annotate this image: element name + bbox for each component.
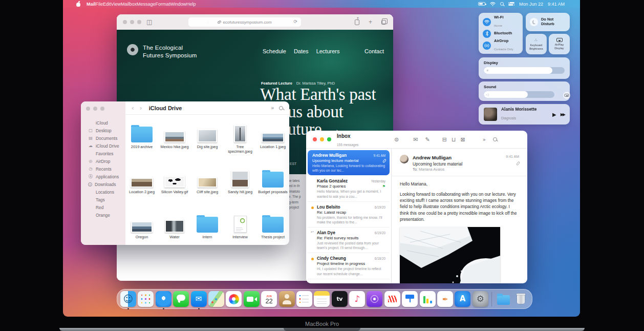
- dock-music-icon[interactable]: ♪: [349, 291, 365, 307]
- dock-photos-icon[interactable]: [226, 291, 242, 307]
- window-controls[interactable]: [313, 137, 331, 141]
- menu-item[interactable]: Window: [170, 2, 186, 7]
- file-item[interactable]: Tree specimen.jpeg: [224, 119, 256, 164]
- archive-icon[interactable]: ⊟: [442, 136, 447, 143]
- file-item[interactable]: Oregon: [125, 209, 158, 245]
- keyboard-brightness-button[interactable]: ∴ Keyboard Brightness: [526, 34, 547, 54]
- play-button[interactable]: ▶: [552, 112, 556, 117]
- dock-trash-icon[interactable]: [513, 291, 529, 307]
- share-icon[interactable]: [355, 19, 359, 25]
- dock-safari-icon[interactable]: [156, 291, 171, 307]
- battery-icon[interactable]: [478, 2, 485, 6]
- bluetooth-toggle[interactable]: Bluetooth: [483, 28, 523, 39]
- compose-icon[interactable]: ✎: [425, 136, 430, 143]
- nav-link[interactable]: Lecturers: [316, 48, 340, 54]
- file-item[interactable]: Location 1.jpeg: [256, 119, 289, 164]
- nav-link-contact[interactable]: Contact: [364, 48, 384, 54]
- menu-date[interactable]: Mon Jun 22: [519, 2, 543, 7]
- dock-maps-icon[interactable]: [208, 291, 224, 307]
- sidebar-item-documents[interactable]: ▤ Documents: [86, 134, 122, 142]
- dock-facetime-icon[interactable]: [244, 291, 260, 307]
- dock-messages-icon[interactable]: [173, 291, 189, 307]
- spotlight-icon[interactable]: [500, 2, 504, 6]
- message-row[interactable]: Andrew Mulligan 9:41 AM Upcoming lecture…: [308, 150, 390, 175]
- sidebar-item-airdrop[interactable]: ◎ AirDrop: [86, 157, 122, 165]
- message-row[interactable]: ↩ Alan Dye 6/19/20 Re: Field survey resu…: [308, 227, 390, 253]
- control-center-icon[interactable]: [508, 2, 514, 6]
- file-item[interactable]: Water: [158, 209, 191, 245]
- dock-pages-icon[interactable]: ✒: [437, 291, 453, 307]
- filter-icon[interactable]: ⊜: [394, 136, 399, 143]
- dock-downloads-folder-icon[interactable]: [496, 291, 511, 307]
- dock-reminders-icon[interactable]: [296, 291, 312, 307]
- section-tags[interactable]: Tags: [86, 196, 122, 203]
- trash-icon[interactable]: ⊔: [452, 136, 456, 143]
- menu-item[interactable]: Format: [155, 2, 170, 7]
- menu-item[interactable]: Mail: [87, 2, 96, 7]
- skip-button[interactable]: ▶▶: [561, 112, 565, 117]
- airplay-display-button[interactable]: AirPlay Display: [549, 34, 570, 54]
- dock-system-preferences-icon[interactable]: ⚙: [473, 291, 488, 307]
- dock-appstore-icon[interactable]: A: [455, 291, 470, 307]
- sidebar-item-icloud-drive[interactable]: ☁ iCloud Drive: [86, 142, 122, 150]
- section-locations[interactable]: Locations: [86, 188, 122, 196]
- dock-news-icon[interactable]: [384, 291, 400, 307]
- wifi-toggle[interactable]: Wi-FiHome: [483, 16, 523, 28]
- sidebar-item-tag-red[interactable]: Red: [86, 203, 122, 211]
- menu-item[interactable]: Help: [186, 2, 196, 7]
- dock-finder-icon[interactable]: ☺: [120, 291, 136, 307]
- message-row[interactable]: Cindy Cheung 6/18/20 Project timeline in…: [308, 253, 390, 279]
- back-icon[interactable]: ‹: [132, 105, 134, 112]
- file-item[interactable]: Interview: [224, 209, 256, 245]
- wifi-icon[interactable]: [490, 2, 496, 6]
- tab-overview-icon[interactable]: [381, 20, 386, 25]
- dock-tv-icon[interactable]: tv: [332, 291, 348, 307]
- junk-icon[interactable]: ⊠: [460, 136, 465, 143]
- file-item[interactable]: Location 2.jpeg: [125, 164, 158, 209]
- search-icon[interactable]: [279, 106, 283, 110]
- dock-numbers-icon[interactable]: [420, 291, 436, 307]
- reload-icon[interactable]: ⟳: [293, 19, 297, 24]
- file-item[interactable]: 2019 archive: [125, 119, 158, 164]
- address-bar[interactable]: ecofuturessymposium.com ⟳: [188, 17, 301, 27]
- file-item[interactable]: Sandy hill.jpeg: [224, 164, 256, 209]
- window-controls[interactable]: [123, 20, 141, 24]
- do-not-disturb-toggle[interactable]: ☾ Do Not Disturb: [526, 13, 570, 31]
- menu-time[interactable]: 9:41 AM: [548, 2, 565, 7]
- dock-launchpad-icon[interactable]: [138, 291, 154, 307]
- message-row[interactable]: Lou Belsito 6/19/20 Re: Latest recap No …: [308, 202, 390, 227]
- dock-mail-icon[interactable]: ✉: [191, 291, 207, 307]
- sidebar-item-tag-orange[interactable]: Orange: [86, 211, 122, 219]
- new-tab-icon[interactable]: +: [369, 18, 372, 26]
- more-icon[interactable]: »: [271, 105, 274, 111]
- menu-item[interactable]: View: [111, 2, 121, 7]
- message-row[interactable]: Karla Gonzalez Yesterday Phase 2 queries…: [308, 176, 390, 201]
- menu-item[interactable]: File: [96, 2, 103, 7]
- display-brightness-slider[interactable]: ☀: [484, 67, 565, 74]
- attachment-image-iceberg[interactable]: [400, 227, 500, 283]
- dock-keynote-icon[interactable]: [402, 291, 418, 307]
- window-controls[interactable]: [86, 107, 122, 111]
- dock-podcasts-icon[interactable]: [367, 291, 382, 307]
- file-item[interactable]: Thesis project: [256, 209, 289, 245]
- menu-item[interactable]: Message: [137, 2, 156, 7]
- sidebar-item-desktop[interactable]: ▢ Desktop: [86, 127, 122, 134]
- volume-slider[interactable]: ◁: [484, 91, 554, 98]
- more-icon[interactable]: »: [483, 137, 486, 142]
- file-item[interactable]: Mexico hike.jpeg: [158, 119, 191, 164]
- file-item[interactable]: Budget proposals: [256, 164, 289, 209]
- file-item[interactable]: Cliff site.jpeg: [191, 164, 224, 209]
- menu-item[interactable]: Edit: [103, 2, 111, 7]
- dock-notes-icon[interactable]: [314, 291, 330, 307]
- sidebar-toggle-icon[interactable]: ◫: [146, 18, 152, 26]
- forward-icon[interactable]: ›: [140, 105, 142, 112]
- menu-item[interactable]: Mailbox: [121, 2, 137, 7]
- airdrop-toggle[interactable]: AirDropContacts Only: [483, 39, 523, 51]
- file-item[interactable]: Intern: [191, 209, 224, 245]
- sound-airplay-button[interactable]: [563, 92, 570, 99]
- unread-icon[interactable]: ✉: [413, 136, 418, 143]
- sidebar-item-applications[interactable]: Ⓐ Applications: [86, 173, 122, 180]
- dock-calendar-icon[interactable]: JUN 22: [261, 291, 277, 307]
- section-favorites[interactable]: Favorites: [86, 150, 122, 157]
- file-item[interactable]: Silicon Valley.gif: [158, 164, 191, 209]
